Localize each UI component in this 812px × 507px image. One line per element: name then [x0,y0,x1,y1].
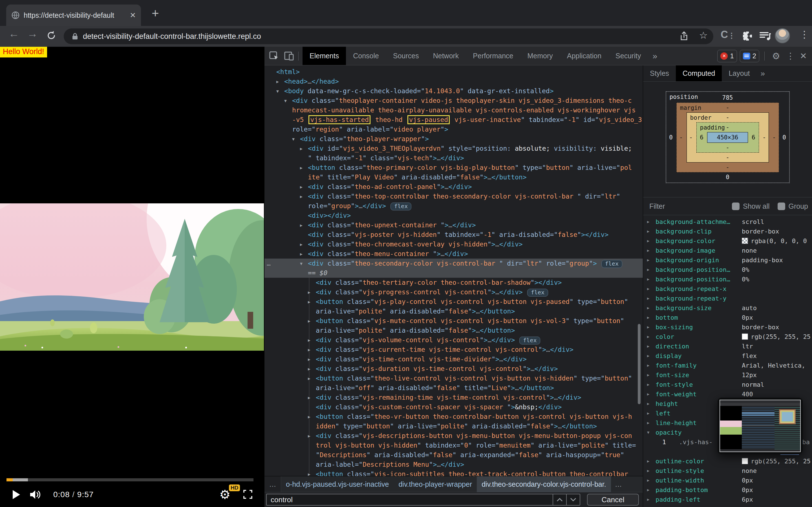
play-button[interactable] [13,490,20,499]
expand-arrow-down-icon[interactable]: ▼ [284,96,287,106]
extension-c-icon[interactable]: C⋮ [721,29,735,41]
expand-arrow-right-icon[interactable]: ▶ [300,249,303,259]
dom-tree-row[interactable]: …▼<div class="theo-secondary-color vjs-c… [264,259,643,268]
tab-network[interactable]: Network [426,47,466,65]
breadcrumb-item[interactable]: o-hd.vjs-paused.vjs-user-inactive [281,476,394,492]
search-input[interactable]: control [266,494,580,506]
prop-arrow-right-icon[interactable]: ▶ [643,497,656,502]
elements-scrollbar[interactable] [638,324,641,404]
computed-property-row[interactable]: ▶displayflex [643,351,812,360]
dom-tree-row[interactable]: role="group">…</div>flex [264,201,643,211]
show-all-label[interactable]: Show all [743,202,770,210]
prop-arrow-right-icon[interactable]: ▶ [643,315,656,320]
prop-arrow-right-icon[interactable]: ▶ [643,229,656,233]
dom-tree-row[interactable]: aria-live="polite" aria-disabled="false"… [264,306,643,316]
expand-arrow-down-icon[interactable]: ▼ [292,134,295,144]
dom-tree-row[interactable]: <div></div> [264,211,643,220]
volume-icon[interactable] [30,490,42,500]
dom-tree-row[interactable]: ▼<body data-new-gr-c-s-check-loaded="14.… [264,86,643,96]
computed-property-row[interactable]: ▶background-position…0% [643,274,812,284]
sidebar-more-chevron[interactable]: » [757,69,769,78]
inspect-element-icon[interactable] [269,51,279,61]
dom-tree-row[interactable]: <html> [264,67,643,76]
fullscreen-icon[interactable] [243,490,253,500]
prop-arrow-right-icon[interactable]: ▶ [643,334,656,339]
expand-arrow-right-icon[interactable]: ▶ [300,240,303,249]
more-tabs-chevron[interactable]: » [648,51,662,61]
dom-tree-row[interactable]: ▶<button class="vjs-icon-subtitles theo-… [264,469,643,476]
prop-arrow-right-icon[interactable]: ▶ [643,248,656,252]
video-progress-bar[interactable] [6,478,253,482]
devtools-close-icon[interactable]: ✕ [800,51,807,61]
dom-tree-row[interactable]: ▶<div class="theo-upnext-container ">…</… [264,220,643,230]
media-playlist-icon[interactable] [759,31,772,43]
prop-arrow-right-icon[interactable]: ▶ [643,411,656,415]
prop-arrow-right-icon[interactable]: ▶ [643,478,656,483]
computed-property-row[interactable]: ▶background-attachme…scroll [643,217,812,226]
extensions-puzzle-icon[interactable] [742,30,753,43]
prop-arrow-right-icon[interactable]: ▶ [643,392,656,396]
group-label[interactable]: Group [789,202,808,210]
computed-property-row[interactable]: ▶font-weight400 [643,389,812,399]
tab-security[interactable]: Security [608,47,648,65]
expand-arrow-right-icon[interactable]: ▶ [300,192,303,202]
browser-menu-kebab-icon[interactable]: ⋮ [800,29,809,40]
reload-button[interactable] [45,29,57,43]
breadcrumb-item[interactable]: div.theo-player-wrapper [394,476,477,492]
computed-property-row[interactable]: ▶outline-colorrgb(255, 255, 25 [643,456,812,466]
box-model[interactable]: position 785 0 margin - - border - - [666,91,790,183]
prop-arrow-right-icon[interactable]: ▶ [643,219,656,224]
dom-tree-row[interactable]: ▶<div class="vjs-descriptions-button vjs… [264,431,643,441]
flex-badge[interactable]: flex [527,289,548,297]
dom-tree-row[interactable]: ▶<div class="vjs-current-time vjs-time-c… [264,345,643,354]
flex-badge[interactable]: flex [601,260,622,268]
flex-badge[interactable]: flex [391,203,411,210]
dom-tree-row[interactable]: == $0 [264,268,643,278]
tab-application[interactable]: Application [560,47,608,65]
computed-property-row[interactable]: ▶bottom0px [643,313,812,322]
expand-arrow-right-icon[interactable]: ▶ [308,297,310,307]
prop-arrow-right-icon[interactable]: ▶ [643,238,656,243]
expand-arrow-right-icon[interactable]: ▶ [308,431,310,441]
dom-tree-row[interactable]: " tabindex="-1" class="vjs-tech">…</div> [264,153,643,163]
expand-arrow-right-icon[interactable]: ▶ [300,221,303,230]
computed-property-row[interactable]: ▶colorrgb(255, 255, 25 [643,332,812,341]
prop-arrow-right-icon[interactable]: ▶ [643,459,656,463]
dom-tree-row[interactable]: -v5 vjs-has-started theo-hd vjs-paused v… [264,115,643,124]
computed-property-row[interactable]: ▶directionltr [643,341,812,351]
back-button[interactable]: ← [8,27,19,40]
device-toolbar-icon[interactable] [284,51,294,61]
computed-property-row[interactable]: ▶background-originpadding-box [643,255,812,265]
dom-tree-row[interactable]: ▶<div class="vjs-volume-control vjs-cont… [264,335,643,345]
expand-arrow-right-icon[interactable]: ▶ [308,345,310,355]
computed-filter-label[interactable]: Filter [649,202,665,210]
prop-arrow-down-icon[interactable]: ▼ [643,430,656,435]
prop-arrow-right-icon[interactable]: ▶ [643,373,656,377]
dom-tree-row[interactable]: ▶<div class="theo-chromecast-overlay vjs… [264,239,643,249]
previous-match-chevron-icon[interactable] [553,494,566,505]
tab-console[interactable]: Console [346,47,386,65]
dom-tree-row[interactable]: <div class="theo-tertiary-color theo-con… [264,278,643,287]
devtools-settings-gear-icon[interactable]: ⚙ [772,51,780,61]
prop-arrow-right-icon[interactable]: ▶ [643,363,656,368]
computed-property-row[interactable]: ▶outline-stylenone [643,466,812,475]
computed-property-row[interactable]: ▶background-clipborder-box [643,226,812,236]
expand-arrow-right-icon[interactable]: ▶ [308,412,310,421]
dom-tree-row[interactable]: "Descriptions" aria-disabled="false" ari… [264,450,643,460]
expand-arrow-down-icon[interactable]: ▼ [276,87,279,96]
dom-tree-row[interactable]: ▶<button class="theo-primary-color vjs-b… [264,163,643,172]
computed-property-row[interactable]: ▶font-size12px [643,370,812,380]
dom-tree-row[interactable]: ▶<head>…</head> [264,76,643,86]
window-preview-thumbnail[interactable] [718,398,803,454]
flex-badge[interactable]: flex [519,337,540,344]
prop-arrow-right-icon[interactable]: ▶ [643,382,656,387]
address-bar[interactable]: detect-visibility-default-control-bar.th… [64,29,713,44]
prop-arrow-right-icon[interactable]: ▶ [643,401,656,406]
dom-tree-row[interactable]: aria-label="Descriptions Menu">…</div> [264,460,643,469]
breadcrumb-item[interactable]: div.theo-secondary-color.vjs-control-bar… [477,476,611,492]
prop-arrow-right-icon[interactable]: ▶ [643,344,656,348]
expand-arrow-right-icon[interactable]: ▶ [276,77,279,87]
computed-property-row[interactable]: ▶font-familyArial, Helvetica, [643,360,812,370]
breadcrumb-overflow-icon[interactable]: … [264,476,281,492]
tab-memory[interactable]: Memory [520,47,560,65]
